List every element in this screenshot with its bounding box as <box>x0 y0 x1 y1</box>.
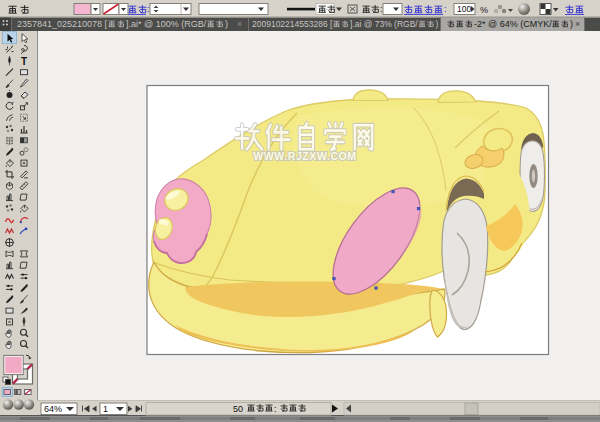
svg-text:2357841_025210078 [: 2357841_025210078 [ <box>17 19 108 29</box>
svg-text::: : <box>444 4 447 14</box>
svg-text:1: 1 <box>103 404 108 414</box>
svg-text:50: 50 <box>233 404 243 414</box>
svg-text::: : <box>147 4 150 14</box>
svg-text:×: × <box>575 19 580 29</box>
svg-text:T: T <box>21 56 27 67</box>
svg-text:×: × <box>237 19 242 29</box>
svg-text:2009102214553286 [: 2009102214553286 [ <box>252 19 333 29</box>
svg-text:].ai @ 73% (RGB/: ].ai @ 73% (RGB/ <box>350 19 418 29</box>
svg-text:].ai* @ 100% (RGB/: ].ai* @ 100% (RGB/ <box>126 19 207 29</box>
svg-text:100: 100 <box>457 4 471 14</box>
svg-text::: : <box>274 404 277 414</box>
svg-text:): ) <box>225 19 228 29</box>
svg-text:64%: 64% <box>44 404 62 414</box>
svg-text:%: % <box>480 5 488 15</box>
svg-text:WWW.RJZXW.COM: WWW.RJZXW.COM <box>253 150 356 162</box>
svg-text:-2* @ 64% (CMYK/: -2* @ 64% (CMYK/ <box>474 19 552 29</box>
svg-text::: : <box>380 4 383 14</box>
svg-text:): ) <box>570 19 573 29</box>
